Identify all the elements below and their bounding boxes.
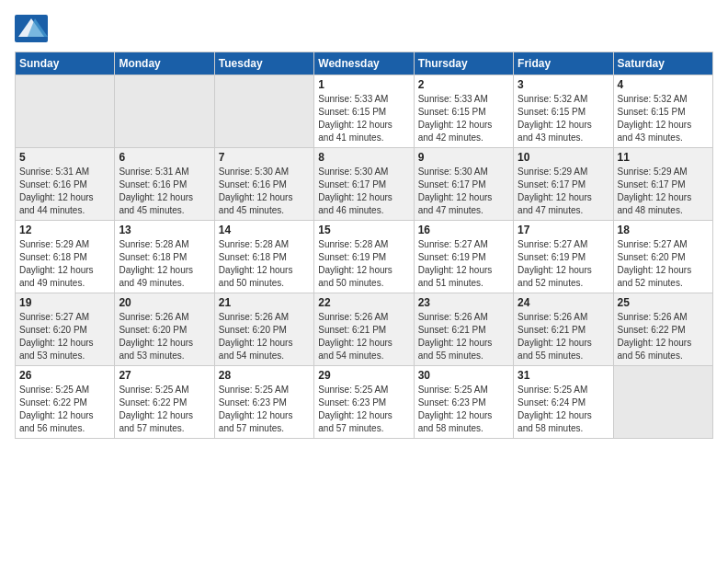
calendar-cell: 14Sunrise: 5:28 AM Sunset: 6:18 PM Dayli…: [214, 221, 313, 293]
day-number: 10: [518, 151, 609, 164]
day-number: 5: [19, 151, 110, 164]
day-number: 19: [19, 296, 110, 309]
calendar-cell: 25Sunrise: 5:26 AM Sunset: 6:22 PM Dayli…: [613, 293, 712, 366]
calendar-cell: 11Sunrise: 5:29 AM Sunset: 6:17 PM Dayli…: [613, 148, 712, 221]
calendar-cell: 3Sunrise: 5:32 AM Sunset: 6:15 PM Daylig…: [514, 75, 613, 148]
day-header-thursday: Thursday: [414, 52, 513, 75]
day-info: Sunrise: 5:29 AM Sunset: 6:18 PM Dayligh…: [19, 238, 110, 290]
calendar-cell: 22Sunrise: 5:26 AM Sunset: 6:21 PM Dayli…: [314, 293, 414, 366]
day-info: Sunrise: 5:26 AM Sunset: 6:21 PM Dayligh…: [318, 311, 409, 362]
day-info: Sunrise: 5:25 AM Sunset: 6:24 PM Dayligh…: [518, 384, 609, 435]
day-info: Sunrise: 5:31 AM Sunset: 6:16 PM Dayligh…: [119, 166, 210, 217]
day-info: Sunrise: 5:27 AM Sunset: 6:19 PM Dayligh…: [418, 238, 509, 290]
day-number: 11: [618, 151, 709, 164]
day-info: Sunrise: 5:31 AM Sunset: 6:16 PM Dayligh…: [19, 166, 110, 217]
day-number: 15: [318, 224, 409, 236]
calendar-cell: 30Sunrise: 5:25 AM Sunset: 6:23 PM Dayli…: [414, 366, 513, 439]
day-info: Sunrise: 5:30 AM Sunset: 6:17 PM Dayligh…: [318, 166, 409, 217]
calendar-week-1: 1Sunrise: 5:33 AM Sunset: 6:15 PM Daylig…: [16, 75, 713, 148]
day-number: 6: [119, 151, 210, 164]
day-info: Sunrise: 5:33 AM Sunset: 6:15 PM Dayligh…: [318, 93, 409, 144]
calendar-cell: 9Sunrise: 5:30 AM Sunset: 6:17 PM Daylig…: [414, 148, 513, 221]
day-header-wednesday: Wednesday: [314, 52, 414, 75]
calendar-cell: [214, 75, 313, 148]
day-header-saturday: Saturday: [613, 52, 712, 75]
day-info: Sunrise: 5:28 AM Sunset: 6:19 PM Dayligh…: [318, 238, 409, 290]
day-number: 28: [219, 369, 310, 382]
day-info: Sunrise: 5:28 AM Sunset: 6:18 PM Dayligh…: [219, 238, 310, 290]
calendar-cell: 4Sunrise: 5:32 AM Sunset: 6:15 PM Daylig…: [613, 75, 712, 148]
day-info: Sunrise: 5:29 AM Sunset: 6:17 PM Dayligh…: [518, 166, 609, 217]
logo: [15, 15, 51, 42]
calendar-cell: 10Sunrise: 5:29 AM Sunset: 6:17 PM Dayli…: [514, 148, 613, 221]
day-info: Sunrise: 5:26 AM Sunset: 6:20 PM Dayligh…: [119, 311, 210, 362]
day-number: 31: [518, 369, 609, 382]
calendar-cell: 18Sunrise: 5:27 AM Sunset: 6:20 PM Dayli…: [613, 221, 712, 293]
day-info: Sunrise: 5:32 AM Sunset: 6:15 PM Dayligh…: [618, 93, 709, 144]
day-info: Sunrise: 5:25 AM Sunset: 6:23 PM Dayligh…: [418, 384, 509, 435]
calendar-cell: 26Sunrise: 5:25 AM Sunset: 6:22 PM Dayli…: [16, 366, 115, 439]
day-number: 18: [618, 224, 709, 236]
calendar-cell: 19Sunrise: 5:27 AM Sunset: 6:20 PM Dayli…: [16, 293, 115, 366]
day-number: 3: [518, 78, 609, 91]
logo-icon: [15, 15, 48, 42]
calendar-cell: 28Sunrise: 5:25 AM Sunset: 6:23 PM Dayli…: [214, 366, 313, 439]
day-info: Sunrise: 5:29 AM Sunset: 6:17 PM Dayligh…: [618, 166, 709, 217]
calendar-cell: 23Sunrise: 5:26 AM Sunset: 6:21 PM Dayli…: [414, 293, 513, 366]
day-number: 29: [318, 369, 409, 382]
calendar-cell: 27Sunrise: 5:25 AM Sunset: 6:22 PM Dayli…: [115, 366, 214, 439]
day-info: Sunrise: 5:26 AM Sunset: 6:21 PM Dayligh…: [418, 311, 509, 362]
calendar-cell: [16, 75, 115, 148]
day-number: 1: [318, 78, 409, 91]
day-number: 16: [418, 224, 509, 236]
day-number: 27: [119, 369, 210, 382]
day-info: Sunrise: 5:26 AM Sunset: 6:22 PM Dayligh…: [618, 311, 709, 362]
calendar-cell: 21Sunrise: 5:26 AM Sunset: 6:20 PM Dayli…: [214, 293, 313, 366]
day-info: Sunrise: 5:25 AM Sunset: 6:22 PM Dayligh…: [19, 384, 110, 435]
day-number: 24: [518, 296, 609, 309]
calendar-cell: 5Sunrise: 5:31 AM Sunset: 6:16 PM Daylig…: [16, 148, 115, 221]
day-number: 8: [318, 151, 409, 164]
day-header-sunday: Sunday: [16, 52, 115, 75]
day-info: Sunrise: 5:26 AM Sunset: 6:21 PM Dayligh…: [518, 311, 609, 362]
calendar-cell: 20Sunrise: 5:26 AM Sunset: 6:20 PM Dayli…: [115, 293, 214, 366]
calendar-cell: 29Sunrise: 5:25 AM Sunset: 6:23 PM Dayli…: [314, 366, 414, 439]
day-info: Sunrise: 5:25 AM Sunset: 6:23 PM Dayligh…: [318, 384, 409, 435]
day-number: 2: [418, 78, 509, 91]
calendar-cell: [613, 366, 712, 439]
calendar-cell: 24Sunrise: 5:26 AM Sunset: 6:21 PM Dayli…: [514, 293, 613, 366]
day-info: Sunrise: 5:26 AM Sunset: 6:20 PM Dayligh…: [219, 311, 310, 362]
day-info: Sunrise: 5:25 AM Sunset: 6:23 PM Dayligh…: [219, 384, 310, 435]
day-number: 17: [518, 224, 609, 236]
day-number: 13: [119, 224, 210, 236]
day-header-tuesday: Tuesday: [214, 52, 313, 75]
day-info: Sunrise: 5:30 AM Sunset: 6:17 PM Dayligh…: [418, 166, 509, 217]
day-header-friday: Friday: [514, 52, 613, 75]
calendar-table: SundayMondayTuesdayWednesdayThursdayFrid…: [15, 52, 713, 439]
calendar-week-4: 19Sunrise: 5:27 AM Sunset: 6:20 PM Dayli…: [16, 293, 713, 366]
calendar-cell: 31Sunrise: 5:25 AM Sunset: 6:24 PM Dayli…: [514, 366, 613, 439]
day-number: 4: [618, 78, 709, 91]
day-header-monday: Monday: [115, 52, 214, 75]
calendar-cell: 12Sunrise: 5:29 AM Sunset: 6:18 PM Dayli…: [16, 221, 115, 293]
day-info: Sunrise: 5:25 AM Sunset: 6:22 PM Dayligh…: [119, 384, 210, 435]
day-info: Sunrise: 5:30 AM Sunset: 6:16 PM Dayligh…: [219, 166, 310, 217]
day-number: 30: [418, 369, 509, 382]
calendar-week-5: 26Sunrise: 5:25 AM Sunset: 6:22 PM Dayli…: [16, 366, 713, 439]
day-info: Sunrise: 5:32 AM Sunset: 6:15 PM Dayligh…: [518, 93, 609, 144]
calendar-cell: 15Sunrise: 5:28 AM Sunset: 6:19 PM Dayli…: [314, 221, 414, 293]
calendar-cell: 17Sunrise: 5:27 AM Sunset: 6:19 PM Dayli…: [514, 221, 613, 293]
calendar-week-2: 5Sunrise: 5:31 AM Sunset: 6:16 PM Daylig…: [16, 148, 713, 221]
calendar-cell: 8Sunrise: 5:30 AM Sunset: 6:17 PM Daylig…: [314, 148, 414, 221]
day-info: Sunrise: 5:27 AM Sunset: 6:20 PM Dayligh…: [19, 311, 110, 362]
calendar-cell: 7Sunrise: 5:30 AM Sunset: 6:16 PM Daylig…: [214, 148, 313, 221]
day-number: 22: [318, 296, 409, 309]
day-number: 7: [219, 151, 310, 164]
day-number: 25: [618, 296, 709, 309]
page-header: [15, 15, 713, 42]
day-info: Sunrise: 5:27 AM Sunset: 6:20 PM Dayligh…: [618, 238, 709, 290]
calendar-cell: 2Sunrise: 5:33 AM Sunset: 6:15 PM Daylig…: [414, 75, 513, 148]
calendar-cell: [115, 75, 214, 148]
day-number: 9: [418, 151, 509, 164]
calendar-week-3: 12Sunrise: 5:29 AM Sunset: 6:18 PM Dayli…: [16, 221, 713, 293]
